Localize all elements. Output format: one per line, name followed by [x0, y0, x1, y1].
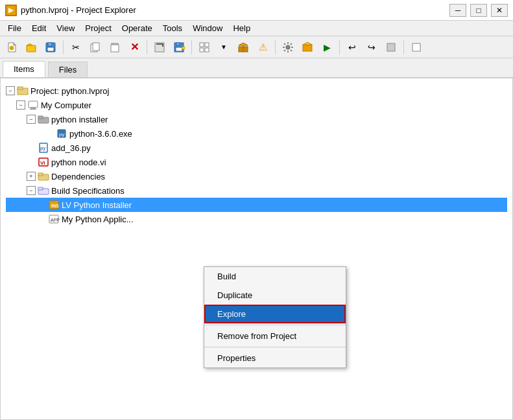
minimize-button[interactable]: ─	[449, 4, 466, 17]
context-menu-duplicate[interactable]: Duplicate	[204, 286, 346, 305]
toolbar-build-btn[interactable]	[298, 39, 316, 56]
svg-marker-23	[239, 43, 248, 45]
toolbar-play-btn[interactable]: ▶	[318, 39, 336, 56]
expand-build-specs[interactable]: −	[27, 186, 36, 195]
tree-node-mycomputer[interactable]: − My Computer	[6, 98, 507, 112]
tabs-bar: Items Files	[0, 58, 513, 78]
folder-gray-icon	[38, 113, 49, 125]
tree-node-dependencies[interactable]: + Dependencies	[6, 169, 507, 183]
project-label: Project: python.lvproj	[30, 86, 507, 96]
toolbar-save-btn[interactable]	[42, 39, 60, 56]
toolbar-grid-btn[interactable]	[195, 39, 213, 56]
window-controls[interactable]: ─ □ ✕	[449, 4, 508, 17]
menu-tools[interactable]: Tools	[158, 22, 187, 34]
tree-node-project[interactable]: − Project: python.lvproj	[6, 84, 507, 98]
context-menu-explore[interactable]: Explore	[204, 305, 346, 323]
svg-text:INS: INS	[51, 204, 59, 208]
menu-view[interactable]: View	[51, 22, 80, 34]
svg-text:py: py	[40, 146, 45, 151]
menu-bar: File Edit View Project Operate Tools Win…	[0, 21, 513, 36]
toolbar-copy-btn[interactable]	[86, 39, 104, 56]
svg-rect-19	[205, 43, 209, 47]
toolbar-sep-1	[63, 40, 64, 54]
toolbar-paste-btn[interactable]	[106, 39, 124, 56]
svg-rect-5	[27, 45, 36, 52]
toolbar-dropdown-btn[interactable]: ▼	[215, 39, 233, 56]
toolbar-undo-btn[interactable]: ↩	[343, 39, 361, 56]
svg-rect-7	[48, 43, 52, 46]
tree-node-python-exe[interactable]: py python-3.6.0.exe	[6, 126, 507, 141]
svg-rect-10	[93, 43, 99, 51]
add36py-label: add_36.py	[51, 143, 507, 153]
close-button[interactable]: ✕	[491, 4, 508, 17]
toolbar-stop-btn[interactable]	[382, 39, 400, 56]
svg-rect-46	[38, 187, 43, 190]
toolbar-warning-btn[interactable]: ⚠	[254, 39, 272, 56]
my-python-app-label: My Python Applic...	[62, 215, 507, 224]
app-icon: APP	[48, 213, 60, 225]
menu-window[interactable]: Window	[187, 22, 228, 34]
tree-node-pythonnode-vi[interactable]: VI python node.vi	[6, 155, 507, 169]
toolbar-sep-5	[339, 40, 340, 54]
context-menu-build[interactable]: Build	[204, 267, 346, 286]
svg-rect-12	[111, 45, 119, 52]
toolbar: ✂ ✕ ▼ ⚠ ▶ ↩ ↪	[0, 36, 513, 58]
svg-rect-17	[182, 47, 185, 49]
svg-rect-16	[176, 47, 182, 51]
maximize-button[interactable]: □	[470, 4, 487, 17]
main-content: − Project: python.lvproj − My Computer −…	[0, 78, 513, 420]
build-specs-label: Build Specifications	[51, 186, 507, 196]
toolbar-sep-6	[403, 40, 404, 54]
toolbar-settings-btn[interactable]	[279, 39, 297, 56]
expand-mycomputer[interactable]: −	[16, 100, 25, 110]
title-bar: ▶ python.lvproj - Project Explorer ─ □ ✕	[0, 0, 513, 21]
window-title: python.lvproj - Project Explorer	[21, 5, 136, 15]
svg-rect-34	[30, 109, 36, 110]
menu-help[interactable]: Help	[228, 22, 256, 34]
expand-dependencies[interactable]: +	[27, 172, 36, 181]
python-installer-label: python installer	[51, 115, 507, 124]
tree-node-my-python-app[interactable]: APP My Python Applic...	[6, 212, 507, 226]
tab-files[interactable]: Files	[48, 62, 88, 77]
toolbar-open-btn[interactable]	[22, 39, 40, 56]
toolbar-new-btn[interactable]	[3, 39, 21, 56]
menu-project[interactable]: Project	[80, 22, 116, 34]
dependencies-icon	[38, 170, 49, 182]
dependencies-label: Dependencies	[51, 172, 507, 181]
context-menu-sep	[204, 325, 346, 325]
project-icon	[17, 85, 29, 97]
expand-project[interactable]: −	[6, 86, 15, 95]
toolbar-cut-btn[interactable]: ✂	[67, 39, 85, 56]
tree-node-lv-python-installer[interactable]: INS LV Python Installer	[6, 198, 507, 212]
svg-rect-29	[412, 43, 420, 51]
tree-node-python-installer[interactable]: − python installer	[6, 112, 507, 126]
svg-rect-33	[31, 108, 35, 109]
mycomputer-label: My Computer	[41, 100, 507, 110]
installer-icon: py	[56, 128, 67, 139]
context-menu: Build Duplicate Explore Remove from Proj…	[204, 266, 346, 368]
toolbar-redo-btn[interactable]: ↪	[363, 39, 381, 56]
toolbar-package-btn[interactable]	[234, 39, 252, 56]
menu-operate[interactable]: Operate	[117, 22, 158, 34]
toolbar-save2-btn[interactable]	[170, 39, 188, 56]
menu-edit[interactable]: Edit	[27, 22, 51, 34]
svg-rect-18	[200, 43, 204, 47]
tree-node-build-specs[interactable]: − Build Specifications	[6, 183, 507, 198]
toolbar-run-btn[interactable]	[150, 39, 169, 56]
svg-text:APP: APP	[51, 218, 60, 222]
context-menu-properties[interactable]: Properties	[204, 349, 346, 368]
lv-installer-icon: INS	[48, 199, 60, 211]
svg-marker-1	[14, 43, 16, 45]
svg-rect-8	[47, 47, 54, 51]
context-menu-remove[interactable]: Remove from Project	[204, 327, 346, 345]
svg-rect-28	[387, 43, 395, 51]
svg-rect-36	[38, 116, 43, 119]
expand-python-installer[interactable]: −	[27, 115, 36, 124]
tab-items[interactable]: Items	[3, 61, 45, 77]
toolbar-sep-3	[191, 40, 192, 54]
toolbar-extra-btn[interactable]	[407, 39, 425, 56]
toolbar-delete-btn[interactable]: ✕	[125, 39, 143, 56]
menu-file[interactable]: File	[3, 22, 27, 34]
toolbar-sep-4	[275, 40, 276, 54]
tree-node-add36py[interactable]: py add_36.py	[6, 141, 507, 155]
